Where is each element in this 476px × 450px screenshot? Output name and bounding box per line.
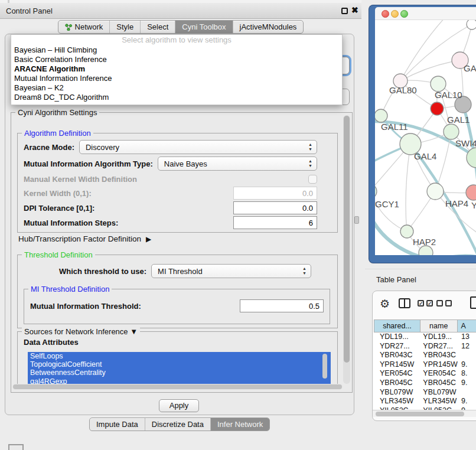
attributes-scrollbar-thumb[interactable] <box>322 354 327 379</box>
combo-arrows-icon: ▲▼ <box>302 266 307 276</box>
aracne-mode-combobox[interactable]: Discovery ▲▼ <box>79 140 317 154</box>
node-label-gal7: GAL7 <box>464 63 476 73</box>
checked-box-icon: ✓ <box>426 300 433 306</box>
network-node[interactable] <box>444 124 459 139</box>
table-cell <box>458 351 476 360</box>
attribute-item-betweennesscentrality[interactable]: BetweennessCentrality <box>28 369 331 377</box>
network-node[interactable] <box>467 20 476 30</box>
gear-icon[interactable]: ⚙ <box>380 297 390 311</box>
table-row[interactable]: YDR27...YDR27...12 <box>374 342 476 351</box>
table-row[interactable]: YLR345WYLR345W9. <box>374 397 476 406</box>
table-cell: YLR345W <box>374 397 420 406</box>
table-cell: YPR145W <box>374 360 420 370</box>
panel-splitter-grip[interactable] <box>354 216 359 224</box>
algorithm-option-dream8-dc-tdc-algorithm[interactable]: Dream8 DC_TDC Algorithm <box>11 93 342 102</box>
node-label-gal80: GAL80 <box>389 85 417 95</box>
tab-jactivemnodules[interactable]: jActiveMNodules <box>233 21 304 33</box>
close-icon[interactable]: ✖ <box>351 5 358 15</box>
column-header-shared[interactable]: shared... <box>374 319 420 332</box>
tab-network[interactable]: Network <box>58 21 110 33</box>
algorithm-option-basic-correlation-inference[interactable]: Basic Correlation Inference <box>11 55 342 64</box>
network-node-gal11[interactable] <box>375 109 387 122</box>
column-header-a[interactable]: A <box>458 319 476 332</box>
kernel-width-field[interactable] <box>233 187 317 200</box>
deselect-all-columns-icon[interactable] <box>436 300 452 306</box>
algorithm-option-aracne-algorithm[interactable]: ARACNE Algorithm <box>11 64 342 74</box>
algorithm-option-mutual-information-inference[interactable]: Mutual Information Inference <box>11 74 342 83</box>
collapsed-panel-icon[interactable] <box>8 444 24 450</box>
kernel-width-label: Kernel Width (0,1): <box>24 189 92 198</box>
table-row[interactable]: YBL079WYBL079W <box>374 388 476 397</box>
table-horizontal-scrollbar[interactable] <box>373 410 476 417</box>
collapse-arrow-icon[interactable]: ▼ <box>130 327 138 336</box>
network-edge[interactable] <box>375 191 407 231</box>
algorithm-option-bayesian-k2[interactable]: Bayesian – K2 <box>11 83 342 93</box>
manual-kernel-checkbox[interactable] <box>308 175 317 184</box>
network-edge[interactable] <box>406 144 410 231</box>
table-row[interactable]: YPR145WYPR145W9. <box>374 360 476 370</box>
control-panel-title: Control Panel <box>6 6 53 15</box>
mi-type-combobox[interactable]: Naive Bayes ▲▼ <box>158 156 317 171</box>
table-row[interactable]: YER054CYER054C8. <box>374 369 476 379</box>
columns-icon[interactable] <box>399 298 410 308</box>
table-cell: YBR045C <box>374 379 420 388</box>
mi-threshold-label: Mutual Information Threshold: <box>30 302 141 311</box>
mi-steps-field[interactable] <box>233 216 317 229</box>
tab-label: Discretize Data <box>152 420 204 429</box>
table-row[interactable]: YDL19...YDL19...13 <box>374 332 476 342</box>
table-cell <box>458 388 476 397</box>
network-window-titlebar[interactable] <box>375 7 476 20</box>
mi-threshold-field[interactable] <box>240 299 324 312</box>
zoom-traffic-light-icon[interactable] <box>400 10 408 18</box>
table-panel-title: Table Panel <box>376 275 416 284</box>
tab-infer-network[interactable]: Infer Network <box>210 418 269 431</box>
tab-cyni-toolbox[interactable]: Cyni Toolbox <box>175 21 232 33</box>
control-panel-titlebar: Control Panel ✖ <box>0 3 361 19</box>
network-edge[interactable] <box>400 20 446 81</box>
settings-vertical-scrollbar-thumb[interactable] <box>344 116 350 363</box>
tab-label: Network <box>75 22 103 31</box>
table-row[interactable]: YBR043CYBR043C <box>374 351 476 360</box>
network-node[interactable] <box>419 246 433 255</box>
table-cell: YDL19... <box>420 332 458 342</box>
close-traffic-light-icon[interactable] <box>382 10 389 18</box>
network-node-gcy1[interactable] <box>375 184 377 198</box>
algorithm-definition-group: Algorithm Definition Aracne Mode: Discov… <box>17 133 338 233</box>
tab-discretize-data[interactable]: Discretize Data <box>145 418 210 431</box>
network-graph: GAL7GAL80GAL10GAL1GAL11SWI4GAL4GCY1HAP4Y… <box>375 20 476 255</box>
table-row[interactable]: YBR045CYBR045C9. <box>374 379 476 388</box>
settings-vertical-scrollbar[interactable] <box>343 115 350 384</box>
algorithm-option-list: Bayesian – Hill ClimbingBasic Correlatio… <box>11 45 342 102</box>
float-window-icon[interactable] <box>341 8 348 14</box>
settings-horizontal-scrollbar[interactable] <box>12 384 343 390</box>
table-cell: YLR345W <box>420 397 458 406</box>
minimize-traffic-light-icon[interactable] <box>391 10 399 18</box>
network-canvas[interactable]: GAL7GAL80GAL10GAL1GAL11SWI4GAL4GCY1HAP4Y… <box>375 20 476 255</box>
table-horizontal-scrollbar-thumb[interactable] <box>376 412 464 416</box>
algorithm-option-bayesian-hill-climbing[interactable]: Bayesian – Hill Climbing <box>11 45 342 55</box>
attribute-item-topologicalcoefficient[interactable]: TopologicalCoefficient <box>28 360 331 369</box>
dpi-tolerance-field[interactable] <box>233 201 317 214</box>
select-all-columns-icon[interactable]: ✓ ✓ <box>418 300 433 306</box>
network-node-hap2[interactable] <box>400 225 413 238</box>
network-edge[interactable] <box>400 60 460 81</box>
export-table-icon[interactable] <box>470 296 476 309</box>
attribute-item-selfloops[interactable]: SelfLoops <box>28 352 331 360</box>
tab-impute-data[interactable]: Impute Data <box>90 418 145 431</box>
apply-button[interactable]: Apply <box>159 399 199 412</box>
network-node-hap4[interactable] <box>427 183 444 200</box>
which-threshold-label: Which threshold to use: <box>59 267 146 276</box>
table-cell: YBL079W <box>420 388 458 397</box>
table-panel-separator <box>365 269 476 269</box>
which-threshold-combobox[interactable]: MI Threshold ▲▼ <box>151 264 311 278</box>
tab-style[interactable]: Style <box>109 21 140 33</box>
mi-type-value: Naive Bayes <box>164 159 207 168</box>
network-node-gal1[interactable] <box>431 102 444 115</box>
hub-definition-expander[interactable]: Hub/Transcription Factor Definition ▶ <box>18 234 151 243</box>
column-header-name[interactable]: name <box>420 319 458 332</box>
data-attributes-list: SelfLoopsTopologicalCoefficientBetweenne… <box>28 352 331 386</box>
tab-select[interactable]: Select <box>140 21 175 33</box>
bottom-tabbar: Impute DataDiscretize DataInfer Network <box>89 418 270 431</box>
settings-horizontal-scrollbar-thumb[interactable] <box>13 384 342 389</box>
network-window[interactable]: GAL7GAL80GAL10GAL1GAL11SWI4GAL4GCY1HAP4Y… <box>369 5 476 263</box>
